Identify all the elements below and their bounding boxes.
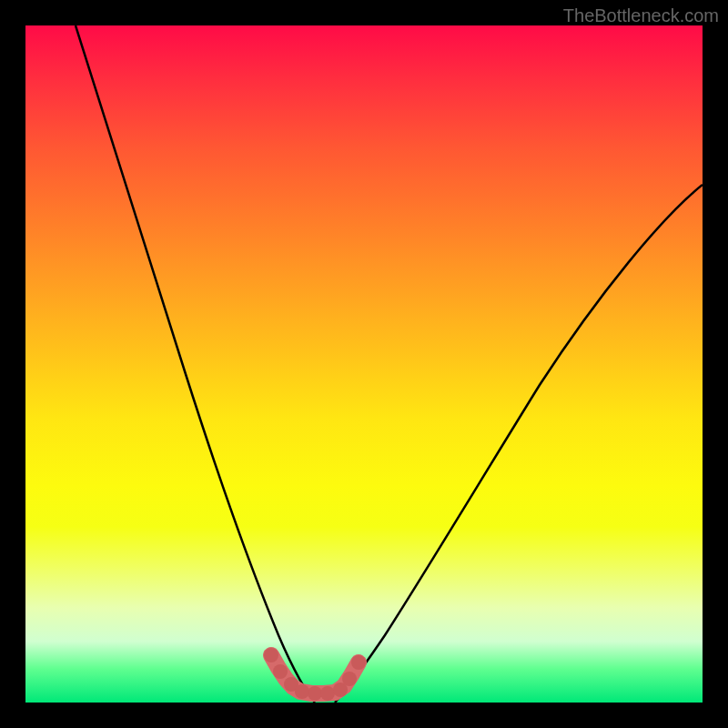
chart-svg bbox=[25, 25, 703, 703]
svg-point-6 bbox=[333, 682, 348, 697]
svg-point-5 bbox=[320, 686, 335, 701]
marker-dots bbox=[264, 648, 366, 701]
svg-point-8 bbox=[351, 655, 366, 670]
svg-point-1 bbox=[273, 664, 288, 679]
watermark-text: TheBottleneck.com bbox=[563, 5, 719, 26]
curve-right bbox=[335, 185, 703, 703]
svg-point-4 bbox=[308, 686, 322, 701]
svg-point-3 bbox=[295, 684, 309, 699]
svg-point-2 bbox=[284, 677, 298, 692]
marker-bracket bbox=[271, 655, 359, 693]
curve-left bbox=[76, 25, 315, 703]
svg-point-0 bbox=[264, 648, 278, 662]
svg-point-7 bbox=[342, 672, 357, 686]
chart-plot-area bbox=[25, 25, 703, 703]
